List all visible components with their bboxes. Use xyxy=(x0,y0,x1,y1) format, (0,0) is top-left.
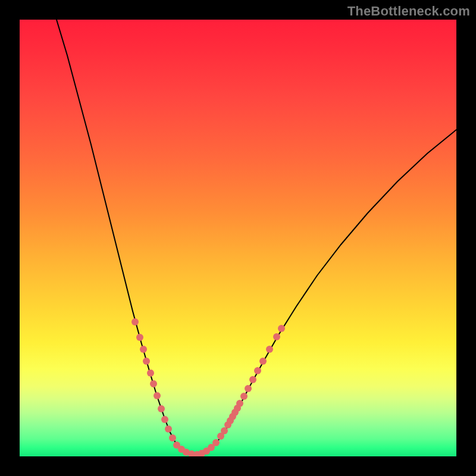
marker-dot xyxy=(278,325,285,332)
marker-dot xyxy=(154,392,161,399)
marker-dot xyxy=(165,425,172,433)
marker-dot xyxy=(245,385,252,392)
plot-area xyxy=(20,20,456,456)
marker-dot xyxy=(266,346,273,353)
marker-dot xyxy=(212,439,220,446)
marker-dot xyxy=(240,393,248,400)
marker-dot xyxy=(259,358,267,365)
marker-dot xyxy=(236,400,243,407)
watermark-text: TheBottleneck.com xyxy=(347,4,470,19)
curve-overlay xyxy=(20,20,456,456)
chart-stage: TheBottleneck.com xyxy=(0,0,476,476)
marker-dot xyxy=(161,416,168,423)
marker-dot xyxy=(273,333,280,340)
marker-dot xyxy=(249,376,256,383)
marker-dot xyxy=(254,367,261,374)
marker-dot xyxy=(150,380,157,387)
marker-dot xyxy=(131,318,139,325)
marker-dot xyxy=(158,405,165,412)
marker-dot xyxy=(147,369,154,377)
marker-dot xyxy=(140,346,147,353)
marker-dot xyxy=(169,434,176,441)
bottleneck-curve xyxy=(57,20,456,455)
marker-dot xyxy=(143,358,150,365)
marker-dot xyxy=(136,334,143,341)
marker-dot xyxy=(221,427,228,434)
